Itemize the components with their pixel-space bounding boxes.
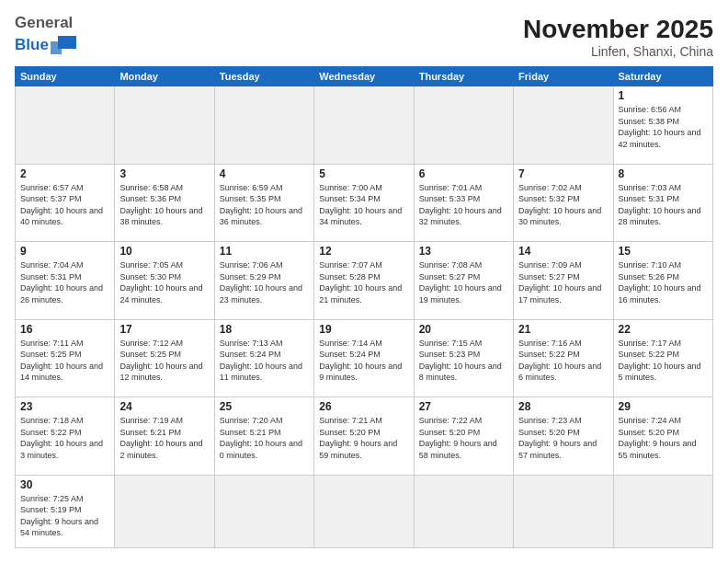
table-row <box>414 86 513 165</box>
col-sunday: Sunday <box>16 67 115 86</box>
calendar-header-row: Sunday Monday Tuesday Wednesday Thursday… <box>16 67 713 86</box>
table-row: 3 Sunrise: 6:58 AMSunset: 5:36 PMDayligh… <box>115 164 214 242</box>
col-friday: Friday <box>514 67 613 86</box>
table-row <box>214 86 313 165</box>
table-row: 24 Sunrise: 7:19 AMSunset: 5:21 PMDaylig… <box>115 397 214 476</box>
page: General Blue November 2025 Linfen, Shanx… <box>0 0 728 563</box>
month-title: November 2025 <box>523 15 713 44</box>
col-thursday: Thursday <box>414 67 513 86</box>
table-row: 7 Sunrise: 7:02 AMSunset: 5:32 PMDayligh… <box>514 164 613 242</box>
header: General Blue November 2025 Linfen, Shanx… <box>15 15 713 59</box>
table-row: 9 Sunrise: 7:04 AMSunset: 5:31 PMDayligh… <box>16 242 115 320</box>
logo-text: General Blue <box>15 15 80 58</box>
table-row: 25 Sunrise: 7:20 AMSunset: 5:21 PMDaylig… <box>214 397 313 476</box>
svg-marker-1 <box>51 41 62 54</box>
table-row: 19 Sunrise: 7:14 AMSunset: 5:24 PMDaylig… <box>314 319 414 397</box>
table-row <box>514 475 613 548</box>
col-monday: Monday <box>115 67 214 86</box>
table-row <box>314 86 414 165</box>
table-row: 27 Sunrise: 7:22 AMSunset: 5:20 PMDaylig… <box>414 397 513 476</box>
col-tuesday: Tuesday <box>214 67 313 86</box>
table-row <box>314 475 414 548</box>
table-row: 16 Sunrise: 7:11 AMSunset: 5:25 PMDaylig… <box>16 319 115 397</box>
table-row: 18 Sunrise: 7:13 AMSunset: 5:24 PMDaylig… <box>214 319 313 397</box>
calendar: Sunday Monday Tuesday Wednesday Thursday… <box>15 66 713 548</box>
table-row: 26 Sunrise: 7:21 AMSunset: 5:20 PMDaylig… <box>314 397 414 476</box>
table-row: 1 Sunrise: 6:56 AMSunset: 5:38 PMDayligh… <box>613 86 712 165</box>
table-row: 14 Sunrise: 7:09 AMSunset: 5:27 PMDaylig… <box>514 242 613 320</box>
logo-blue-text: Blue <box>15 36 49 54</box>
table-row <box>414 475 513 548</box>
table-row: 4 Sunrise: 6:59 AMSunset: 5:35 PMDayligh… <box>214 164 313 242</box>
table-row: 11 Sunrise: 7:06 AMSunset: 5:29 PMDaylig… <box>214 242 313 320</box>
table-row <box>214 475 313 548</box>
table-row: 15 Sunrise: 7:10 AMSunset: 5:26 PMDaylig… <box>613 242 712 320</box>
table-row: 29 Sunrise: 7:24 AMSunset: 5:20 PMDaylig… <box>613 397 712 476</box>
logo: General Blue <box>15 15 80 58</box>
table-row: 10 Sunrise: 7:05 AMSunset: 5:30 PMDaylig… <box>115 242 214 320</box>
title-block: November 2025 Linfen, Shanxi, China <box>523 15 713 59</box>
table-row: 12 Sunrise: 7:07 AMSunset: 5:28 PMDaylig… <box>314 242 414 320</box>
table-row: 17 Sunrise: 7:12 AMSunset: 5:25 PMDaylig… <box>115 319 214 397</box>
location: Linfen, Shanxi, China <box>523 44 713 59</box>
col-wednesday: Wednesday <box>314 67 414 86</box>
table-row <box>514 86 613 165</box>
table-row: 2 Sunrise: 6:57 AMSunset: 5:37 PMDayligh… <box>16 164 115 242</box>
table-row <box>115 86 214 165</box>
table-row: 8 Sunrise: 7:03 AMSunset: 5:31 PMDayligh… <box>613 164 712 242</box>
table-row: 28 Sunrise: 7:23 AMSunset: 5:20 PMDaylig… <box>514 397 613 476</box>
table-row: 30 Sunrise: 7:25 AMSunset: 5:19 PMDaylig… <box>16 475 115 548</box>
col-saturday: Saturday <box>613 67 712 86</box>
table-row: 23 Sunrise: 7:18 AMSunset: 5:22 PMDaylig… <box>16 397 115 476</box>
table-row: 20 Sunrise: 7:15 AMSunset: 5:23 PMDaylig… <box>414 319 513 397</box>
table-row: 21 Sunrise: 7:16 AMSunset: 5:22 PMDaylig… <box>514 319 613 397</box>
table-row <box>16 86 115 165</box>
table-row <box>115 475 214 548</box>
table-row: 13 Sunrise: 7:08 AMSunset: 5:27 PMDaylig… <box>414 242 513 320</box>
logo-icon <box>51 32 80 58</box>
table-row <box>613 475 712 548</box>
table-row: 6 Sunrise: 7:01 AMSunset: 5:33 PMDayligh… <box>414 164 513 242</box>
logo-general: General <box>15 14 73 31</box>
table-row: 5 Sunrise: 7:00 AMSunset: 5:34 PMDayligh… <box>314 164 414 242</box>
table-row: 22 Sunrise: 7:17 AMSunset: 5:22 PMDaylig… <box>613 319 712 397</box>
